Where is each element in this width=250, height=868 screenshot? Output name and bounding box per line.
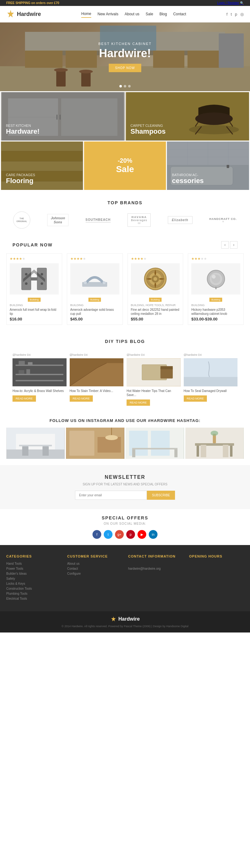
blog-post-1[interactable]: @hardwire D4 How-to: Acrylic & Brass Wal… <box>12 353 67 406</box>
twitter-icon[interactable]: t <box>230 12 232 17</box>
instagram-title: FOLLOW US ON INSTAGRAM AND USE OUR #HARD… <box>6 418 244 423</box>
hero-dot-3[interactable] <box>128 85 131 88</box>
svg-point-54 <box>25 273 28 276</box>
product-hinge[interactable]: ★★★★★ Building Building Amerock full ins… <box>6 253 62 325</box>
blog-post-4[interactable]: @hardwire D4 How To Seal Damaged Drywall… <box>184 353 238 406</box>
footer-logo: Hardwire <box>6 616 244 622</box>
brand-havana[interactable]: HAVANA Beverages 02 <box>127 213 151 227</box>
footer-link-about[interactable]: About us <box>67 562 122 565</box>
product-knob[interactable]: ★★★★★ Building Building Hickory hardware… <box>188 253 244 325</box>
category-bathroom[interactable]: Bathroom Ac- cessories <box>167 142 249 190</box>
nav-blog[interactable]: Blog <box>159 11 167 18</box>
svg-point-66 <box>153 277 157 281</box>
footer-link-electrical[interactable]: Electrical Tools <box>6 597 61 600</box>
svg-rect-121 <box>223 445 228 457</box>
footer-contact-email[interactable]: hardwire@hardwire.org <box>128 567 183 570</box>
category-sale[interactable]: -20% Sale <box>84 142 166 190</box>
brand-elizabeth[interactable]: Elizabeth <box>168 216 192 224</box>
sale-discount: -20% <box>118 157 132 164</box>
footer-link-contact[interactable]: Contact <box>67 567 122 570</box>
footer-link-hand-tools[interactable]: Hand Tools <box>6 562 61 565</box>
search-link[interactable]: 🔍 <box>240 1 244 5</box>
brand-handcraft[interactable]: HANDCRAFT CO. ✕ <box>209 217 237 223</box>
footer-link-power-tools[interactable]: Power Tools <box>6 567 61 570</box>
product-cup-pull[interactable]: ★★★★★ Building Building Amerock advantag… <box>67 253 123 325</box>
nav-next-arrow[interactable]: › <box>230 241 238 249</box>
footer-contact-address <box>128 562 183 565</box>
footer-contact-title: CONTACT INFORMATION <box>128 554 183 558</box>
svg-rect-109 <box>151 431 170 456</box>
blog-section: DIY TIPS BLOG @hardwire D4 How-to <box>0 330 250 412</box>
blog-4-title: How To Seal Damaged Drywall <box>184 389 238 393</box>
svg-rect-116 <box>196 446 199 457</box>
hero-dot-2[interactable] <box>124 85 126 88</box>
instagram-image-1[interactable] <box>6 428 65 459</box>
blog-post-3[interactable]: @hardwire D4 Hot Water Heater Tips That … <box>127 353 181 406</box>
nav-about[interactable]: About us <box>125 11 139 18</box>
social-pinterest[interactable]: p <box>126 530 135 539</box>
blog-2-read-more[interactable]: READ MORE <box>70 396 93 402</box>
hero-dot-1[interactable] <box>119 85 122 88</box>
category-carpet[interactable]: Carpet Cleaning Shampoos <box>126 92 249 141</box>
product-2-image <box>70 263 119 294</box>
footer-link-safety[interactable]: Safety <box>6 577 61 580</box>
footer-col-contact: CONTACT INFORMATION hardwire@hardwire.or… <box>128 554 183 602</box>
footer-link-construction[interactable]: Construction Tools <box>6 587 61 590</box>
nav-sale[interactable]: Sale <box>146 11 153 18</box>
brand-johnson-sons[interactable]: JohnsonSons <box>47 214 68 226</box>
category-hardware[interactable]: Best Kitchen Hardware! <box>1 92 125 141</box>
hero-content: BEST KITCHEN CABINET Hardwire! SHOP NOW <box>98 42 152 72</box>
social-linkedin[interactable]: in <box>149 530 157 539</box>
sale-text: Sale <box>116 164 134 174</box>
svg-rect-99 <box>42 446 49 456</box>
instagram-image-3[interactable] <box>126 428 184 459</box>
instagram-image-4[interactable] <box>185 428 244 459</box>
facebook-icon[interactable]: f <box>226 12 228 17</box>
shop-now-button[interactable]: SHOP NOW <box>109 64 141 72</box>
brands-row: THEORIGINAL JohnsonSons SOUTHBEACH HAVAN… <box>6 212 244 229</box>
blog-4-image <box>184 358 238 386</box>
login-link[interactable]: Login / Register <box>217 1 239 5</box>
social-facebook[interactable]: f <box>93 530 101 539</box>
shipping-text: SHIPPING on orders over £70 <box>15 1 59 5</box>
product-2-name: Amerock advantage solid brass cup pull <box>70 308 119 316</box>
cat-hardware-title: Hardware! <box>6 127 120 135</box>
cat-bathroom-overlay: Bathroom Ac- cessories <box>167 142 249 190</box>
svg-rect-73 <box>15 365 63 366</box>
logo[interactable]: Hardwire <box>6 10 41 19</box>
nav-prev-arrow[interactable]: ‹ <box>221 241 229 249</box>
social-googleplus[interactable]: g+ <box>115 530 124 539</box>
brand-original[interactable]: THEORIGINAL <box>13 212 30 229</box>
blog-post-2[interactable]: @hardwire D4 How To Stain Timber: A Vide… <box>70 353 124 406</box>
nav-home[interactable]: Home <box>81 10 91 18</box>
footer-link-locks[interactable]: Locks & Keys <box>6 582 61 585</box>
newsletter-email-input[interactable] <box>75 491 147 500</box>
social-twitter[interactable]: t <box>104 530 113 539</box>
footer-link-configure[interactable]: Configure <box>67 572 122 575</box>
blog-1-read-more[interactable]: READ MORE <box>12 396 36 402</box>
pinterest-icon[interactable]: p <box>235 12 237 17</box>
product-4-price: $33.00-$39.00 <box>191 317 240 321</box>
category-flooring[interactable]: Care Packages Flooring <box>1 142 83 190</box>
instagram-icon[interactable]: ◎ <box>240 12 244 17</box>
instagram-image-2[interactable] <box>66 428 124 459</box>
footer-link-plumbing[interactable]: Plumbing Tools <box>6 592 61 595</box>
brand-southbeach[interactable]: SOUTHBEACH <box>86 218 111 222</box>
footer-link-builders-ideas[interactable]: Builder's Ideas <box>6 572 61 575</box>
hero-banner: BEST KITCHEN CABINET Hardwire! SHOP NOW <box>0 23 250 91</box>
popular-nav: ‹ › <box>221 241 238 249</box>
blog-3-meta: @hardwire D4 <box>127 353 181 356</box>
nav-new-arrivals[interactable]: New Arrivals <box>97 11 119 18</box>
nav-contact[interactable]: Contact <box>173 11 186 18</box>
footer-main: CATEGORIES Hand Tools Power Tools Builde… <box>0 545 250 611</box>
product-1-image <box>10 263 59 294</box>
blog-4-read-more[interactable]: READ MORE <box>184 396 207 402</box>
newsletter-subscribe-button[interactable]: SUBSCRIBE <box>147 491 175 500</box>
blog-3-read-more[interactable]: READ MORE <box>127 400 150 406</box>
blog-2-image <box>70 358 124 386</box>
svg-rect-89 <box>160 366 173 369</box>
product-2-badge: Building <box>88 298 101 302</box>
svg-rect-108 <box>129 431 148 456</box>
product-medallion[interactable]: ★★★★★ Building Building, Hope Tools, Rep… <box>127 253 183 325</box>
social-youtube[interactable]: ▶ <box>137 530 146 539</box>
